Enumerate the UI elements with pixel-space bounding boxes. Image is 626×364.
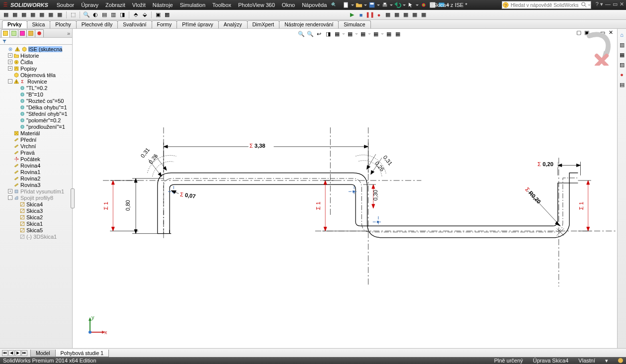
cmd-tab-5[interactable]: Formy	[152, 20, 178, 28]
close-icon[interactable]: ✕	[620, 1, 624, 7]
tree-row-27[interactable]: Skica1	[0, 220, 72, 227]
tp-explore-icon[interactable]: ▦	[618, 51, 626, 59]
tree-row-22[interactable]: +Přidat vysunutím1	[0, 188, 72, 194]
feature-tree[interactable]: ISE (skutecna+Historie+Čidla+APopisyObje…	[0, 45, 72, 348]
menu-vložit[interactable]: Vložit	[129, 2, 149, 8]
tree-row-23[interactable]: -Spojit profily8	[0, 194, 72, 201]
view-top-icon[interactable]: ▦	[38, 11, 46, 19]
status-perf-icon[interactable]	[618, 358, 623, 363]
tree-row-19[interactable]: Rovina1	[0, 169, 72, 175]
tool-c-icon[interactable]: ▣	[154, 11, 162, 19]
tree-row-9[interactable]: "Délka ohybu"=1	[0, 104, 72, 110]
tp-prop-icon[interactable]: ▤	[618, 81, 626, 89]
macro-tool2-icon[interactable]: ▦	[411, 11, 419, 19]
cmd-tab-4[interactable]: Svařování	[117, 20, 152, 28]
panel-tab-config[interactable]	[18, 29, 27, 37]
menu-simulation[interactable]: Simulation	[177, 2, 209, 8]
menu-photoview 360[interactable]: PhotoView 360	[235, 2, 278, 8]
tree-row-13[interactable]: Materiál	[0, 130, 72, 136]
tree-row-7[interactable]: "B"=10	[0, 91, 72, 97]
section-icon[interactable]: ◨	[118, 11, 126, 19]
macro-rec-icon[interactable]: ●	[375, 11, 383, 19]
panel-tab-property[interactable]	[9, 29, 18, 37]
cmd-tab-8[interactable]: DimXpert	[247, 20, 280, 28]
select-icon[interactable]	[407, 1, 415, 9]
macro-tool1-icon[interactable]: ▦	[402, 11, 410, 19]
tree-row-1[interactable]: +Historie	[0, 52, 72, 59]
hlr-icon[interactable]: ▥	[109, 11, 117, 19]
menu-úpravy[interactable]: Úpravy	[78, 2, 102, 8]
tree-row-14[interactable]: Přední	[0, 136, 72, 143]
tree-row-3[interactable]: +APopisy	[0, 65, 72, 72]
menu-zobrazit[interactable]: Zobrazit	[102, 2, 129, 8]
view-front-icon[interactable]: ▦	[2, 11, 10, 19]
cmd-tab-3[interactable]: Plechové díly	[76, 20, 118, 28]
bottom-tab-1[interactable]: Pohybová studie 1	[55, 350, 109, 357]
tree-expander[interactable]: +	[8, 66, 12, 71]
graphics-area[interactable]: ▢ ▣ — ▭ ✕ 🔍 🔍 ↩ ◨ ▦ ▦ ▦ ▦ ▦ ▦	[73, 29, 626, 348]
tree-row-5[interactable]: -ΣRovnice	[0, 78, 72, 85]
menu-nástroje[interactable]: Nástroje	[149, 2, 177, 8]
new-icon[interactable]	[342, 1, 350, 9]
tp-home-icon[interactable]: ⌂	[618, 31, 626, 39]
tree-row-21[interactable]: Rovina3	[0, 182, 72, 188]
tree-expander[interactable]: +	[8, 53, 12, 58]
macro-edit-icon[interactable]: ▦	[393, 11, 401, 19]
menu-soubor[interactable]: Soubor	[53, 2, 78, 8]
cmd-tab-10[interactable]: Simulace	[338, 20, 370, 28]
restore-icon[interactable]: ▭	[613, 1, 618, 7]
tree-row-6[interactable]: "TL"=0.2	[0, 85, 72, 91]
panel-splitter[interactable]	[71, 188, 75, 208]
panel-tab-display[interactable]	[35, 29, 44, 37]
tree-row-18[interactable]: Rovina4	[0, 162, 72, 169]
macro-stop-icon[interactable]: ■	[357, 11, 365, 19]
macro-play-icon[interactable]: ▶	[348, 11, 356, 19]
cmd-tab-0[interactable]: Prvky	[2, 20, 27, 28]
tree-row-8[interactable]: "Rozteč os"=50	[0, 97, 72, 104]
print-icon[interactable]	[381, 1, 389, 9]
tree-row-26[interactable]: Skica2	[0, 214, 72, 220]
menu-toolbox[interactable]: Toolbox	[209, 2, 235, 8]
normal-to-icon[interactable]: ⬚	[69, 11, 77, 19]
tab-nav-next[interactable]: ▶	[15, 350, 21, 356]
panel-collapse-icon[interactable]: »	[67, 30, 70, 36]
tp-appear-icon[interactable]: ●	[618, 71, 626, 79]
view-right-icon[interactable]: ▦	[29, 11, 37, 19]
macro-tool3-icon[interactable]: ▦	[420, 11, 428, 19]
search-icon[interactable]	[581, 1, 588, 8]
status-units[interactable]: Vlastní	[578, 358, 595, 364]
tree-row-24[interactable]: Skica4	[0, 201, 72, 207]
panel-tab-feature[interactable]	[1, 29, 10, 37]
tree-row-16[interactable]: Pravá	[0, 149, 72, 156]
help-dd-icon[interactable]: ? ▾	[596, 1, 603, 7]
tp-lib-icon[interactable]: ▥	[618, 41, 626, 49]
tree-expander[interactable]: -	[8, 195, 12, 200]
tab-nav-prev[interactable]: ◀	[8, 350, 14, 356]
menu-okno[interactable]: Okno	[278, 2, 298, 8]
tree-row-4[interactable]: Objemová těla	[0, 72, 72, 78]
macro-new-icon[interactable]: ▦	[384, 11, 392, 19]
tree-row-28[interactable]: Skica5	[0, 227, 72, 233]
rebuild-icon[interactable]	[420, 1, 428, 9]
tab-nav-first[interactable]: ⏮	[2, 350, 8, 356]
tree-row-17[interactable]: Počátek	[0, 156, 72, 162]
tree-row-2[interactable]: +Čidla	[0, 59, 72, 65]
tree-row-10[interactable]: "Střední ohyb"=1	[0, 110, 72, 117]
bottom-tab-0[interactable]: Model	[30, 350, 56, 357]
view-bottom-icon[interactable]: ▦	[47, 11, 55, 19]
cmd-tab-6[interactable]: Přímé úpravy	[177, 20, 218, 28]
tool-b-icon[interactable]: ⬙	[141, 11, 149, 19]
tree-expander[interactable]: -	[8, 79, 12, 84]
tree-row-15[interactable]: Vrchní	[0, 143, 72, 149]
tab-nav-last[interactable]: ⏭	[21, 350, 27, 356]
tool-d-icon[interactable]: ▩	[163, 11, 171, 19]
cmd-tab-9[interactable]: Nástroje renderování	[279, 20, 339, 28]
help-search-input[interactable]	[509, 2, 581, 8]
shade-icon[interactable]: ◐	[91, 11, 99, 19]
panel-tab-dimxpert[interactable]	[26, 29, 35, 37]
tree-expander[interactable]: +	[8, 60, 12, 64]
dropdown-icon[interactable]	[351, 1, 354, 9]
tree-row-12[interactable]: "prodloužení"=1	[0, 123, 72, 130]
wireframe-icon[interactable]: ▤	[100, 11, 108, 19]
open-icon[interactable]	[355, 1, 363, 9]
